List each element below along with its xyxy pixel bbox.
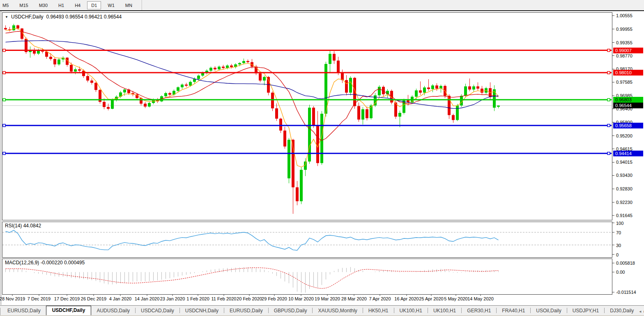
date-label: 28 Nov 2019: [0, 296, 25, 301]
collapse-arrow-icon[interactable]: ▼: [5, 15, 8, 19]
date-label: 14 Jan 2020: [135, 296, 160, 301]
date-label: 7 Apr 2020: [369, 296, 391, 301]
tab-uk100-h1[interactable]: UK100,H1: [394, 307, 428, 315]
date-label: 17 Dec 2019: [54, 296, 80, 301]
tab-audusd-daily[interactable]: AUDUSD,Daily: [91, 307, 135, 315]
tab-uk100-h1[interactable]: UK100,H1: [428, 307, 461, 315]
rsi-axis-label: 0: [616, 252, 619, 257]
date-label: 4 Jan 2020: [109, 296, 131, 301]
price-axis-label: 0.94015: [616, 160, 632, 165]
tab-hk50-h1[interactable]: HK50,H1: [363, 307, 394, 315]
macd-label: MACD(12,26,9) -0.000220 0.000495: [5, 260, 85, 266]
date-label: 25 Apr 2020: [419, 296, 443, 301]
tab-usoil-daily[interactable]: USOil,Daily: [531, 307, 566, 315]
date-label: 10 Mar 2020: [288, 296, 314, 301]
price-axis-label: 0.93430: [616, 173, 632, 178]
chart-title: ▼ USDCHF,Daily 0.96493 0.96554 0.96421 0…: [5, 14, 122, 20]
timeframe-button-h4[interactable]: H4: [71, 1, 85, 9]
price-axis-label: 0.92830: [616, 186, 632, 191]
macd-axis-label: -0.011514: [616, 290, 636, 295]
price-badge-0.98010: 0.98010: [613, 70, 643, 76]
timeframe-button-h1[interactable]: H1: [54, 1, 68, 9]
date-label: 28 Mar 2020: [341, 296, 367, 301]
tab-gbpusd-daily[interactable]: GBPUSD,Daily: [269, 307, 313, 315]
tab-ger30-h1[interactable]: GER30,H1: [462, 307, 496, 315]
date-label: 14 May 2020: [467, 296, 494, 301]
price-badge-0.95658: 0.95658: [613, 123, 643, 128]
chart-ohlc-values: 0.96493 0.96554 0.96421 0.96544: [46, 14, 122, 20]
tab-fra40-h1[interactable]: FRA40,H1: [497, 307, 530, 315]
price-badge-0.96803: 0.96803: [613, 97, 643, 103]
rsi-axis-label: 100: [616, 221, 623, 226]
rsi-label: RSI(14) 44.0842: [5, 223, 41, 229]
timeframe-buttons: M5M15M30H1H4D1W1MN: [0, 1, 138, 9]
tab-eurusd-daily[interactable]: EURUSD,Daily: [2, 307, 46, 315]
timeframe-button-m15[interactable]: M15: [15, 1, 32, 9]
rsi-axis-label: 70: [616, 230, 621, 235]
date-label: 1 Feb 2020: [186, 296, 209, 301]
chart-symbol-label: USDCHF,Daily: [11, 14, 44, 20]
current-price-badge: 0.96544: [613, 103, 643, 108]
tabs-host: EURUSD,DailyUSDCHF,DailyAUDUSD,DailyUSDC…: [2, 306, 639, 315]
window-left-edge: [1, 11, 1, 305]
date-label: 26 Dec 2019: [81, 296, 106, 301]
date-label: 7 Dec 2019: [28, 296, 51, 301]
timeframe-button-w1[interactable]: W1: [104, 1, 119, 9]
tab-eurusd-daily[interactable]: EURUSD,Daily: [224, 307, 268, 315]
price-axis-label: 0.99355: [616, 40, 632, 45]
macd-indicator-panel[interactable]: [2, 259, 612, 295]
price-axis-label: 0.95200: [616, 133, 632, 138]
macd-axis-label: 0.00: [616, 270, 625, 275]
toolbar-divider: [142, 0, 143, 10]
date-label: 20 Feb 2020: [237, 296, 262, 301]
rsi-indicator-panel[interactable]: [2, 222, 612, 258]
tab-usdcnh-daily[interactable]: USDCNH,Daily: [180, 307, 224, 315]
tab-usdchf-daily[interactable]: USDCHF,Daily: [46, 306, 92, 315]
date-label: 29 Feb 2020: [262, 296, 287, 301]
price-axis-label: 0.91645: [616, 213, 632, 218]
timeframe-button-mn[interactable]: MN: [121, 1, 136, 9]
timeframe-toolbar: M5M15M30H1H4D1W1MN: [0, 0, 644, 11]
price-axis-label: 0.99955: [616, 27, 632, 32]
date-label: 19 Mar 2020: [315, 296, 340, 301]
chart-tab-bar: EURUSD,DailyUSDCHF,DailyAUDUSD,DailyUSDC…: [0, 305, 644, 316]
clipped-tab-edge: [0, 308, 0, 315]
price-badge-0.94414: 0.94414: [613, 151, 643, 156]
date-label: 5 May 2020: [444, 296, 467, 301]
timeframe-button-d1[interactable]: D1: [87, 1, 101, 9]
price-axis-label: 1.00555: [616, 13, 632, 18]
rsi-axis-label: 30: [616, 243, 621, 248]
date-label: 11 Feb 2020: [212, 296, 237, 301]
timeframe-button-m5[interactable]: M5: [0, 1, 13, 9]
date-label: 16 Apr 2020: [394, 296, 419, 301]
timeframe-button-m30[interactable]: M30: [35, 1, 52, 9]
tab-scroll-arrows[interactable]: ◂▸: [639, 309, 644, 314]
tab-dj30-daily[interactable]: DJ30,Daily: [605, 307, 639, 315]
price-axis-label: 0.92230: [616, 200, 632, 205]
macd-axis-label: 0.005818: [616, 261, 635, 266]
tab-xauusd-monthly[interactable]: XAUUSD,Monthly: [313, 307, 362, 315]
tab-usdjpy-h1[interactable]: USDJPY,H1: [567, 307, 604, 315]
main-chart-panel[interactable]: [2, 12, 612, 220]
price-axis-label: 0.98770: [616, 53, 632, 58]
price-axis-label: 0.97585: [616, 80, 632, 85]
tab-usdcad-daily[interactable]: USDCAD,Daily: [136, 307, 179, 315]
date-label: 23 Jan 2020: [160, 296, 185, 301]
price-badge-0.99007: 0.99007: [613, 48, 643, 53]
